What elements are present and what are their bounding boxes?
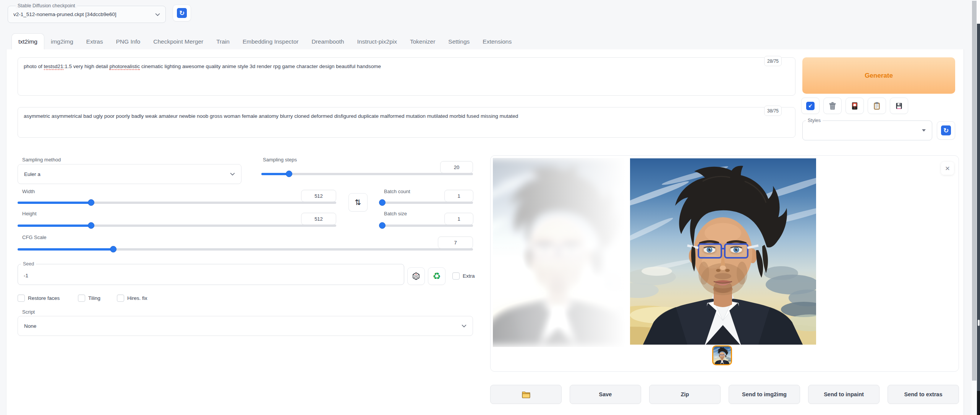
- negative-prompt-text: asymmetric asymmetrical bad ugly poor po…: [24, 113, 518, 119]
- tab-extensions[interactable]: Extensions: [476, 34, 518, 49]
- tiling-label: Tiling: [88, 295, 100, 301]
- tab-train[interactable]: Train: [210, 34, 236, 49]
- checkpoint-select[interactable]: Stable Diffusion checkpoint v2-1_512-non…: [8, 6, 166, 23]
- cfg-scale-label: CFG Scale: [22, 234, 47, 240]
- refresh-icon: ↻: [941, 125, 951, 135]
- gallery-thumbnail[interactable]: [712, 345, 732, 365]
- chevron-down-icon: [155, 13, 160, 16]
- swap-dimensions-button[interactable]: ⇅: [348, 193, 368, 212]
- dropdown-caret-icon: [922, 129, 926, 132]
- checkpoint-refresh-button[interactable]: ↻: [173, 5, 191, 21]
- cfg-scale-input[interactable]: 7: [438, 236, 473, 249]
- window-edge-strip: [977, 24, 980, 391]
- send-to-img2img-button[interactable]: Send to img2img: [729, 385, 800, 404]
- misspelled-word: photorealistic: [109, 63, 140, 70]
- prompt-input[interactable]: photo of testsd21:1.5 very high detail p…: [18, 57, 795, 96]
- send-to-extras-button[interactable]: Send to extras: [888, 385, 959, 404]
- previous-image-ghost: [493, 158, 631, 347]
- slider-knob[interactable]: [379, 222, 386, 229]
- seed-input[interactable]: Seed -1: [18, 264, 404, 285]
- slider-knob[interactable]: [88, 222, 94, 229]
- tab-dreambooth[interactable]: Dreambooth: [305, 34, 350, 49]
- refresh-icon: ↻: [177, 8, 187, 18]
- batch-count-input[interactable]: 1: [444, 190, 473, 202]
- checkpoint-label: Stable Diffusion checkpoint: [16, 3, 77, 8]
- tab-tokenizer[interactable]: Tokenizer: [403, 34, 442, 49]
- save-style-button[interactable]: [890, 98, 908, 114]
- height-slider[interactable]: [18, 225, 336, 227]
- slider-fill: [18, 248, 113, 251]
- reuse-seed-button[interactable]: ♻: [428, 267, 445, 285]
- tab-checkpoint-merger[interactable]: Checkpoint Merger: [147, 34, 210, 49]
- batch-size-slider[interactable]: [382, 225, 473, 227]
- tab-png-info[interactable]: PNG Info: [109, 34, 147, 49]
- quick-actions-row: ↙: [801, 98, 908, 114]
- window-edge-bottom: [977, 391, 980, 415]
- sampling-steps-label: Sampling steps: [263, 157, 297, 163]
- width-input[interactable]: 512: [301, 190, 336, 202]
- hires-fix-checkbox[interactable]: [117, 295, 124, 302]
- open-folder-button[interactable]: [490, 385, 562, 404]
- window-edge-marker: [978, 320, 980, 326]
- seed-label: Seed: [21, 261, 36, 267]
- page-scrollbar-thumb[interactable]: [972, 1, 977, 381]
- tab-img2img[interactable]: img2img: [44, 34, 80, 49]
- dice-icon: [412, 272, 420, 280]
- batch-size-input[interactable]: 1: [444, 213, 473, 225]
- random-seed-button[interactable]: [407, 267, 425, 285]
- batch-count-slider[interactable]: [382, 202, 473, 204]
- batch-size-label: Batch size: [384, 211, 407, 216]
- restore-params-button[interactable]: ↙: [801, 98, 820, 114]
- styles-refresh-button[interactable]: ↻: [937, 121, 955, 140]
- output-gallery: ×: [490, 155, 959, 372]
- sampling-method-label: Sampling method: [22, 157, 61, 163]
- width-slider[interactable]: [18, 202, 336, 204]
- sampling-steps-input[interactable]: 20: [440, 161, 473, 173]
- restore-faces-label: Restore faces: [28, 295, 60, 301]
- misspelled-word: testsd21: [44, 63, 63, 70]
- extra-seed-checkbox[interactable]: [452, 272, 460, 280]
- apply-style-button[interactable]: [868, 98, 886, 114]
- styles-select[interactable]: Styles: [802, 120, 932, 140]
- sampling-method-select[interactable]: Euler a: [18, 164, 241, 184]
- slider-knob[interactable]: [88, 199, 94, 206]
- height-label: Height: [22, 211, 37, 216]
- negative-token-counter: 38/75: [764, 106, 782, 116]
- restore-faces-checkbox[interactable]: [18, 295, 25, 302]
- clipboard-icon: [872, 101, 881, 111]
- script-label: Script: [22, 309, 35, 315]
- tiling-checkbox[interactable]: [78, 295, 85, 302]
- sampling-steps-slider[interactable]: [261, 173, 473, 175]
- clear-prompt-button[interactable]: [823, 98, 842, 114]
- cfg-scale-slider[interactable]: [18, 248, 473, 251]
- tab-settings[interactable]: Settings: [442, 34, 476, 49]
- hires-fix-group: Hires. fix: [117, 295, 147, 302]
- generate-button[interactable]: Generate: [802, 57, 955, 94]
- tab-embedding-inspector[interactable]: Embedding Inspector: [236, 34, 305, 49]
- slider-fill: [18, 225, 91, 227]
- height-input[interactable]: 512: [301, 213, 336, 225]
- script-value: None: [24, 323, 462, 329]
- close-gallery-button[interactable]: ×: [941, 162, 954, 175]
- extra-networks-button[interactable]: [846, 98, 864, 114]
- chevron-down-icon: [230, 173, 235, 176]
- zip-button[interactable]: Zip: [649, 385, 721, 404]
- slider-fill: [261, 173, 289, 175]
- send-to-inpaint-button[interactable]: Send to inpaint: [808, 385, 880, 404]
- generated-image[interactable]: [630, 158, 816, 345]
- negative-prompt-input[interactable]: asymmetric asymmetrical bad ugly poor po…: [18, 107, 795, 138]
- tab-instruct-pix2pix[interactable]: Instruct-pix2pix: [351, 34, 403, 49]
- tab-txt2img[interactable]: txt2img: [11, 33, 44, 50]
- checkpoint-value: v2-1_512-nonema-pruned.ckpt [34dccb9e60]: [13, 11, 155, 17]
- slider-knob[interactable]: [379, 199, 386, 206]
- hires-fix-label: Hires. fix: [127, 295, 147, 301]
- extra-seed-label: Extra: [463, 273, 475, 279]
- prompt-text: photo of testsd21:1.5 very high detail p…: [24, 63, 381, 70]
- script-select[interactable]: None: [18, 316, 473, 336]
- prompt-token-counter: 28/75: [764, 56, 782, 66]
- tab-extras[interactable]: Extras: [80, 34, 110, 49]
- seed-value: -1: [24, 273, 28, 278]
- folder-icon: [522, 391, 531, 398]
- save-button[interactable]: Save: [570, 385, 641, 404]
- slider-knob[interactable]: [286, 171, 292, 177]
